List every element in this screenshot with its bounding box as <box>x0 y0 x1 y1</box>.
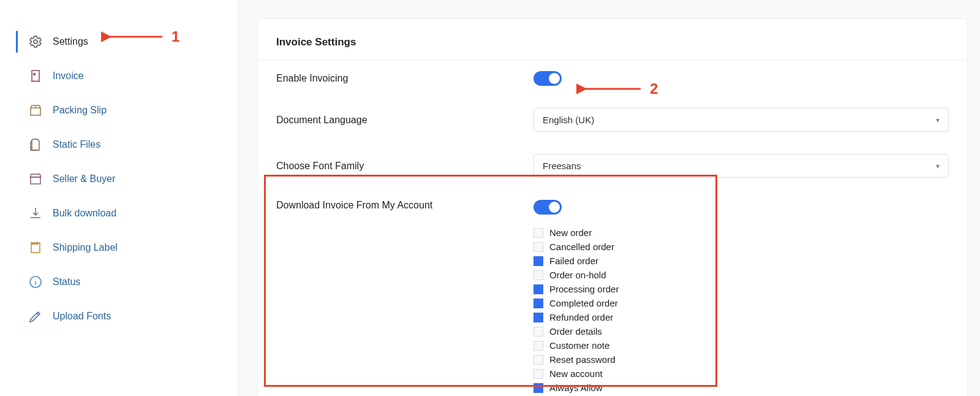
sidebar-item-label: Invoice <box>53 70 84 82</box>
sidebar-item-label: Status <box>53 276 80 287</box>
font-family-value: Freesans <box>543 161 581 171</box>
sidebar-item-label: Bulk download <box>53 208 116 219</box>
svg-rect-3 <box>31 177 40 184</box>
sidebar-item-label: Packing Slip <box>53 105 107 116</box>
sidebar-item-settings[interactable]: Settings <box>0 25 238 59</box>
sidebar-item-shipping-label[interactable]: Shipping Label <box>0 230 238 265</box>
enable-invoicing-toggle[interactable] <box>533 71 562 86</box>
sidebar-item-bulk-download[interactable]: Bulk download <box>0 196 238 230</box>
option-refunded-order[interactable]: Refunded order <box>533 311 949 323</box>
download-icon <box>27 205 44 222</box>
sidebar-item-label: Static Files <box>53 139 100 150</box>
row-download-invoice: Download Invoice From My Account New ord… <box>258 189 967 396</box>
option-cancelled-order[interactable]: Cancelled order <box>533 241 949 253</box>
box-icon <box>27 102 44 119</box>
main-content: Invoice Settings Enable Invoicing Docume… <box>239 0 980 396</box>
document-language-label: Document Language <box>276 115 533 126</box>
sidebar-item-label: Seller & Buyer <box>53 173 115 185</box>
option-new-order[interactable]: New order <box>533 227 949 238</box>
font-family-select[interactable]: Freesans ▾ <box>533 154 949 178</box>
sidebar: Settings Invoice Packing Slip Static Fil… <box>0 0 239 396</box>
sidebar-item-upload-fonts[interactable]: Upload Fonts <box>0 299 238 333</box>
option-customer-note[interactable]: Customer note <box>533 340 949 351</box>
sidebar-item-label: Shipping Label <box>53 242 118 253</box>
page-title: Invoice Settings <box>258 19 967 60</box>
sidebar-item-label: Upload Fonts <box>53 311 111 322</box>
sidebar-item-invoice[interactable]: Invoice <box>0 59 238 93</box>
sidebar-item-static-files[interactable]: Static Files <box>0 128 238 162</box>
svg-rect-2 <box>31 108 40 115</box>
label-icon <box>27 239 44 256</box>
row-document-language: Document Language English (UK) ▾ <box>258 97 967 143</box>
option-always-allow[interactable]: Always Allow <box>533 382 949 394</box>
option-order-details[interactable]: Order details <box>533 326 949 337</box>
row-font-family: Choose Font Family Freesans ▾ <box>258 143 967 189</box>
font-family-label: Choose Font Family <box>276 161 533 172</box>
chevron-down-icon: ▾ <box>936 116 940 124</box>
option-new-account[interactable]: New account <box>533 368 949 379</box>
document-language-value: English (UK) <box>543 115 594 125</box>
download-invoice-toggle[interactable] <box>533 200 562 215</box>
svg-point-0 <box>34 40 37 44</box>
invoice-icon <box>27 67 44 85</box>
settings-card: Invoice Settings Enable Invoicing Docume… <box>257 18 968 396</box>
sidebar-item-seller-buyer[interactable]: Seller & Buyer <box>0 162 238 196</box>
option-completed-order[interactable]: Completed order <box>533 297 949 309</box>
enable-invoicing-label: Enable Invoicing <box>276 73 533 84</box>
option-failed-order[interactable]: Failed order <box>533 255 949 267</box>
chevron-down-icon: ▾ <box>936 162 940 170</box>
file-icon <box>27 136 44 153</box>
gear-icon <box>27 33 44 50</box>
row-enable-invoicing: Enable Invoicing <box>258 60 967 97</box>
sidebar-item-label: Settings <box>53 36 88 47</box>
sidebar-item-packing-slip[interactable]: Packing Slip <box>0 93 238 128</box>
pen-icon <box>27 308 44 325</box>
option-processing-order[interactable]: Processing order <box>533 283 949 295</box>
store-icon <box>27 170 44 188</box>
download-invoice-options: New order Cancelled order Failed order O… <box>533 227 949 394</box>
document-language-select[interactable]: English (UK) ▾ <box>533 108 949 132</box>
option-reset-password[interactable]: Reset password <box>533 354 949 365</box>
sidebar-item-status[interactable]: Status <box>0 265 238 299</box>
option-order-on-hold[interactable]: Order on-hold <box>533 269 949 281</box>
info-icon <box>27 273 44 291</box>
download-invoice-label: Download Invoice From My Account <box>276 200 533 211</box>
svg-point-1 <box>34 74 36 75</box>
